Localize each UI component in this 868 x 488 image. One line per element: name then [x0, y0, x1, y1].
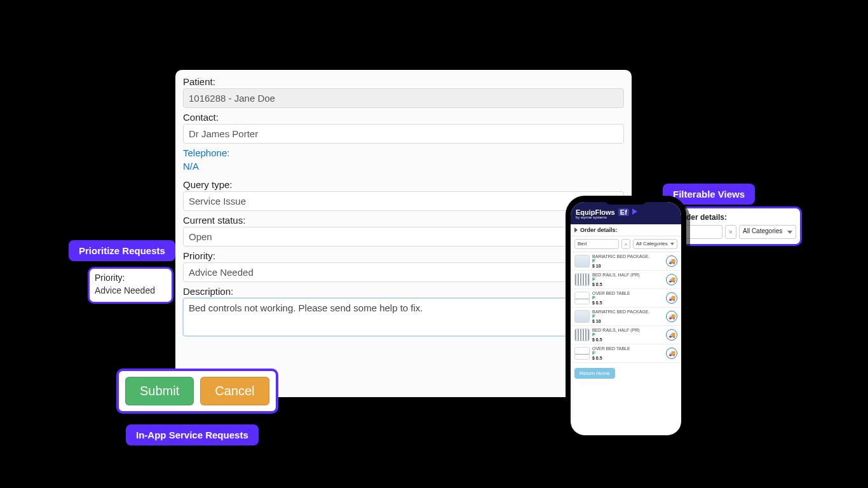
query-type-field[interactable]: Service Issue — [183, 191, 624, 211]
list-item[interactable]: BARIATRIC BED PACKAGE.F$ 10🚚 — [571, 252, 681, 271]
priority-callout: Priority: Advice Needed — [88, 267, 173, 304]
status-group: Current status: Open — [183, 215, 624, 247]
truck-icon: 🚚 — [668, 295, 675, 301]
item-info: BED RAILS, HALF (PR)F$ 0.5 — [592, 273, 663, 287]
in-app-service-requests-pill: In-App Service Requests — [126, 424, 259, 445]
patient-group: Patient: 1016288 - Jane Doe — [183, 76, 624, 108]
category-select[interactable]: All Categories — [633, 239, 677, 249]
item-price: $ 10 — [592, 319, 663, 323]
add-to-cart-button[interactable]: 🚚 — [666, 329, 677, 341]
fv-order-header[interactable]: Order details: — [669, 212, 796, 225]
phone-notch — [604, 196, 648, 205]
priority-callout-label: Priority: — [95, 273, 166, 283]
fv-filter-bar: Bed × All Categories — [669, 225, 796, 239]
list-item[interactable]: OVER BED TABLEF$ 0.5🚚 — [571, 289, 681, 308]
telephone-value[interactable]: N/A — [183, 159, 624, 175]
item-flag: F — [592, 259, 663, 264]
item-thumbnail — [574, 273, 590, 286]
item-title: BED RAILS, HALF (PR) — [592, 273, 663, 277]
item-info: BARIATRIC BED PACKAGE.F$ 10 — [592, 254, 663, 268]
contact-label: Contact: — [183, 112, 624, 123]
telephone-label: Telephone: — [183, 147, 624, 158]
item-title: BARIATRIC BED PACKAGE. — [592, 254, 663, 259]
brand-triangle-icon — [632, 208, 637, 215]
caret-right-icon — [574, 227, 578, 233]
list-item[interactable]: BED RAILS, HALF (PR)F$ 0.5🚚 — [571, 326, 681, 344]
item-info: BARIATRIC BED PACKAGE.F$ 10 — [592, 309, 663, 323]
search-input[interactable]: Bed — [574, 239, 619, 249]
item-flag: F — [592, 314, 663, 319]
item-thumbnail — [574, 329, 590, 341]
filter-bar: Bed × All Categories — [571, 236, 681, 252]
item-flag: F — [592, 295, 663, 301]
item-thumbnail — [574, 255, 590, 268]
item-thumbnail — [574, 310, 590, 323]
cancel-button[interactable]: Cancel — [200, 377, 269, 405]
phone-screen: EquipFlows Ef by wynne systems Order det… — [571, 202, 681, 435]
clear-search-button[interactable]: × — [621, 239, 630, 249]
item-price: $ 0.5 — [592, 337, 663, 342]
truck-icon: 🚚 — [668, 313, 675, 320]
truck-icon: 🚚 — [668, 350, 675, 356]
brand-sub: by wynne systems — [576, 215, 637, 219]
add-to-cart-button[interactable]: 🚚 — [666, 292, 677, 304]
item-price: $ 0.5 — [592, 301, 663, 305]
item-info: BED RAILS, HALF (PR)F$ 0.5 — [592, 328, 663, 342]
item-info: OVER BED TABLEF$ 0.5 — [592, 291, 663, 305]
submit-button[interactable]: Submit — [125, 377, 194, 405]
order-details-title: Order details: — [580, 227, 618, 233]
query-type-group: Query type: Service Issue — [183, 179, 624, 211]
patient-label: Patient: — [183, 76, 624, 87]
item-flag: F — [592, 332, 663, 337]
truck-icon: 🚚 — [668, 258, 675, 264]
patient-field[interactable]: 1016288 - Jane Doe — [183, 88, 624, 108]
status-field[interactable]: Open — [183, 227, 624, 247]
order-details-header[interactable]: Order details: — [571, 224, 681, 236]
description-label: Description: — [183, 286, 624, 297]
list-item[interactable]: OVER BED TABLEF$ 0.5🚚 — [571, 344, 681, 363]
fv-clear-button[interactable]: × — [725, 225, 736, 239]
phone-frame: EquipFlows Ef by wynne systems Order det… — [566, 196, 686, 440]
item-thumbnail — [574, 292, 590, 304]
return-home-button[interactable]: Return Home — [574, 368, 615, 379]
item-title: OVER BED TABLE — [592, 346, 663, 351]
contact-group: Contact: Dr James Porter — [183, 112, 624, 144]
item-title: OVER BED TABLE — [592, 291, 663, 295]
contact-field[interactable]: Dr James Porter — [183, 124, 624, 144]
status-label: Current status: — [183, 215, 624, 226]
truck-icon: 🚚 — [668, 332, 675, 338]
list-item[interactable]: BARIATRIC BED PACKAGE.F$ 10🚚 — [571, 308, 681, 326]
item-title: BED RAILS, HALF (PR) — [592, 328, 663, 332]
item-list: BARIATRIC BED PACKAGE.F$ 10🚚BED RAILS, H… — [571, 252, 681, 363]
item-flag: F — [592, 351, 663, 356]
telephone-group: Telephone: N/A — [183, 147, 624, 175]
item-price: $ 10 — [592, 264, 663, 268]
add-to-cart-button[interactable]: 🚚 — [666, 348, 677, 359]
priority-label: Priority: — [183, 250, 624, 261]
add-to-cart-button[interactable]: 🚚 — [666, 274, 677, 285]
fv-category-select[interactable]: All Categories — [739, 225, 796, 239]
description-group: Description: Bed controls not working. P… — [183, 286, 624, 336]
priority-callout-value: Advice Needed — [95, 285, 166, 295]
item-info: OVER BED TABLEF$ 0.5 — [592, 346, 663, 360]
description-field[interactable]: Bed controls not working. Please send so… — [183, 298, 624, 336]
item-price: $ 0.5 — [592, 356, 663, 360]
prioritize-requests-pill: Prioritize Requests — [69, 240, 175, 261]
add-to-cart-button[interactable]: 🚚 — [666, 255, 677, 267]
app-header: EquipFlows Ef by wynne systems — [571, 202, 681, 224]
item-price: $ 0.5 — [592, 282, 663, 287]
list-item[interactable]: BED RAILS, HALF (PR)F$ 0.5🚚 — [571, 271, 681, 289]
truck-icon: 🚚 — [668, 276, 675, 283]
action-callout: Submit Cancel — [116, 369, 278, 414]
query-type-label: Query type: — [183, 179, 624, 190]
tablet-screen: Patient: 1016288 - Jane Doe Contact: Dr … — [175, 70, 632, 397]
add-to-cart-button[interactable]: 🚚 — [666, 311, 677, 322]
item-thumbnail — [574, 347, 590, 360]
priority-group: Priority: Advice Needed — [183, 250, 624, 282]
item-flag: F — [592, 277, 663, 282]
item-title: BARIATRIC BED PACKAGE. — [592, 309, 663, 314]
priority-field[interactable]: Advice Needed — [183, 262, 624, 282]
